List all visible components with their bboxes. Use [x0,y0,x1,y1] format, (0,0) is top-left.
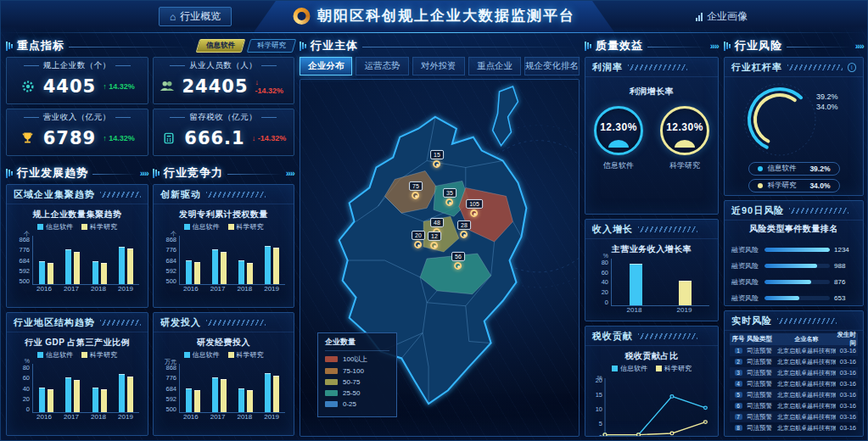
competitiveness-title: 行业竞争力 [164,165,223,181]
pin-icon [471,209,479,217]
section-subtitle: 行业地区结构趋势 [14,316,95,329]
table-row[interactable]: 8司法预警北京启航卓越科技有限公司03-16 [730,422,858,433]
chart-legend: 信息软件科学研究 [589,364,714,373]
divider [69,47,190,47]
map-pin[interactable]: 105 [466,199,483,217]
map-pin[interactable]: 56 [451,252,465,270]
bar [127,248,133,284]
gauge-value: 12.30% [600,121,637,133]
filter-tag-科学研究[interactable]: 科学研究 [247,39,297,53]
risk-bar-value: 653 [834,294,856,302]
map-subregion[interactable] [493,87,518,146]
stat-value: 4405 [43,76,96,97]
profit-gauge: 12.30% 信息软件 [594,106,643,171]
map-pin[interactable]: 75 [409,181,423,199]
pin-value: 105 [466,199,483,209]
bar [221,379,227,412]
platform-title: 朝阳区科创规上企业大数据监测平台 [317,6,575,25]
tab-规企变化排名[interactable]: 规企变化排名 [524,57,580,75]
legend-item: 科学研究 [81,350,117,360]
bar-group [39,261,53,284]
table-row[interactable]: 1司法预警北京启航卓越科技有限公司03-16 [730,345,858,356]
tab-对外投资[interactable]: 对外投资 [412,57,465,75]
bar [212,377,218,412]
map-pin[interactable]: 35 [443,188,456,206]
pin-value: 12 [428,232,441,241]
table-row[interactable]: 4司法预警北京启航卓越科技有限公司03-16 [730,378,858,389]
nav-overview-label: 行业概览 [180,9,221,24]
table-row[interactable]: 3司法预警北京启航卓越科技有限公司03-16 [730,367,858,378]
map-pin[interactable]: 20 [412,231,425,248]
map-pin[interactable]: 15 [430,150,444,168]
chart-gdp-ratio: 行业 GDP 占第三产业比例信息软件科学研究%80604020020162017… [7,332,148,435]
pin-icon [412,192,419,199]
nav-enterprise-portrait[interactable]: 企业画像 [685,7,759,26]
divider [92,174,136,175]
home-icon: ⌂ [170,12,176,22]
hatch-decoration [638,226,697,232]
tab-企业分布[interactable]: 企业分布 [300,57,352,75]
profit-gauges: 12.30% 信息软件 12.30% 科学研究 [585,106,718,171]
bar [119,374,125,412]
panel-head-icon [300,42,306,51]
bar [65,377,71,412]
x-axis: 20182019 [609,306,714,314]
legend-item: 科学研究 [656,364,692,373]
section-subtitle: 税收贡献 [592,330,633,343]
trophy-icon [20,131,36,145]
expand-arrow-icon[interactable]: »» [286,168,294,178]
panel-head-icon [153,169,160,178]
hatch-decoration [787,64,843,70]
y-axis: 806040200 [591,259,611,306]
hatch-decoration [638,333,697,339]
expand-arrow-icon[interactable]: »» [855,41,864,51]
map-pin[interactable]: 12 [428,232,441,249]
expand-arrow-icon[interactable]: »» [710,41,719,51]
stat-cards: 规上企业数（个） 4405 ↑ 14.32% 从业人员数（人） 24405 ↓ … [6,57,294,156]
risk-bar-value: 1234 [834,246,856,254]
divider [227,174,282,175]
bar-group [119,247,133,284]
bar [48,263,53,284]
stat-label: 营业收入（亿元） [12,112,143,123]
pin-icon [430,242,438,249]
map-pin[interactable]: 28 [457,220,471,238]
table-row[interactable]: 7司法预警北京启航卓越科技有限公司03-16 [730,411,858,422]
bar [679,281,692,305]
chart-title: 规上企业数量集聚趋势 [10,209,144,220]
hatch-decoration [100,192,141,198]
y-axis: 868776684592500 [159,236,179,285]
bar [630,264,642,305]
tab-重点企业[interactable]: 重点企业 [468,57,521,75]
panel-risk: 行业风险 »» 行业杠杆率 i 39.2% 34.0% 信息软件39.2%科学研… [724,38,864,437]
stat-card: 营业收入（亿元） 6789 ↑ 14.32% [6,109,148,156]
bar [119,247,125,284]
bar-group [212,377,227,412]
bar-group [630,264,642,305]
section-subtitle: 区域企业集聚趋势 [14,188,95,201]
table-row[interactable]: 6司法预警北京启航卓越科技有限公司03-16 [730,400,858,411]
bar-group [65,377,80,412]
section-subtitle: 研发投入 [160,316,201,329]
y-axis: 868776684592500 [12,236,32,285]
bar-chart-icon [696,13,703,21]
bar-group [265,246,279,284]
table-row[interactable]: 5司法预警北京启航卓越科技有限公司03-16 [730,389,858,400]
hatch-decoration [777,318,837,324]
bar [48,389,53,412]
industry-main-tabs: 企业分布运营态势对外投资重点企业规企变化排名 [300,57,580,75]
bar [238,388,244,412]
bar [65,249,71,284]
bar [39,261,45,284]
x-axis: 2016201720182019 [31,285,144,293]
axis-unit: % [25,358,30,364]
info-icon[interactable]: i [848,63,856,72]
table-row[interactable]: 2司法预警北京启航卓越科技有限公司03-16 [730,356,858,367]
nav-industry-overview[interactable]: ⌂ 行业概览 [159,7,232,26]
tab-运营态势[interactable]: 运营态势 [356,57,408,75]
x-axis: 2016201720182019 [31,413,144,421]
filter-tag-信息软件[interactable]: 信息软件 [196,39,246,53]
section-income-growth: 收入增长 主营业务收入增长率%80604020020182019 [585,219,719,321]
stat-label: 从业人员数（人） [159,60,289,71]
expand-arrow-icon[interactable]: »» [140,168,148,178]
